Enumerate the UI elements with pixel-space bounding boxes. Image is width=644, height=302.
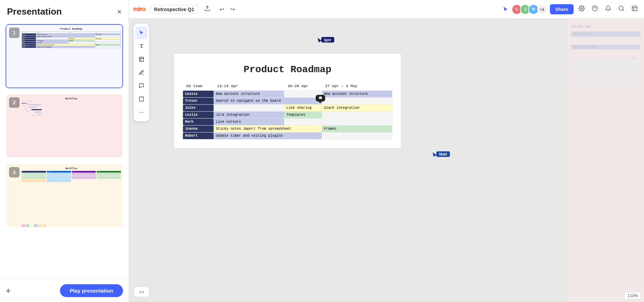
row-name-jules: Jules (183, 105, 214, 112)
col-header-apr3: 27 Apr – 3 May (322, 82, 392, 91)
roadmap-title: Product Roadmap (183, 64, 392, 75)
search-icon-button[interactable] (616, 4, 627, 15)
roadmap-table-container: Product Roadmap UX team 13-19 Apr 20-26 … (174, 54, 401, 148)
svg-rect-4 (139, 57, 144, 61)
play-presentation-button[interactable]: Play presentation (60, 284, 123, 297)
trevor-empty-1 (322, 98, 392, 105)
sticky-note-tool-button[interactable] (135, 53, 148, 66)
frame-tool-button[interactable] (135, 93, 148, 105)
joanna-task-1: Sticky notes import from spreadsheet (214, 126, 322, 133)
cursor-name-igor: Igor (321, 37, 334, 43)
avatar-group: C J M +1 (512, 4, 547, 15)
slide-number-3: 3 (9, 167, 20, 178)
cursor-name-matt: Matt (436, 151, 450, 157)
slide-number-1: 1 (9, 28, 20, 38)
col-header-apr1: 13-19 Apr (214, 82, 284, 91)
collaborator-cursor-icon (503, 6, 509, 13)
miro-logo: miro (133, 6, 145, 13)
zoom-indicator: 110% (624, 292, 641, 299)
table-row: Robert Update timer and voiting plugins (183, 133, 392, 139)
row-name-robert: Robert (183, 133, 214, 139)
cursor-tool-button[interactable] (135, 27, 148, 39)
jules-task-2: Slack integration (322, 105, 392, 112)
trevor-task-1: Search to navigate on the board (214, 98, 322, 105)
comment-bubble: 💬 (316, 95, 325, 101)
roadmap-table: UX team 13-19 Apr 20-26 Apr 27 Apr – 3 M… (183, 82, 392, 139)
topbar: miro Retrospective Q1 ↩ ↪ C J M +1 (129, 0, 644, 19)
avatar-extra-count: +1 (537, 5, 547, 14)
robert-task-1: Update timer and voiting plugins (214, 133, 322, 139)
svg-rect-5 (139, 97, 144, 101)
cursor-arrow-matt (431, 151, 436, 157)
slide-list: 1 Product Roadmap UX team 13-19 Apr 20-2… (0, 21, 129, 279)
redo-button[interactable]: ↪ (228, 5, 238, 14)
jules-task-1: Link sharing 💬 (284, 105, 322, 112)
row-name-mark: Mark (183, 119, 214, 126)
table-row: Trevor Search to navigate on the board (183, 98, 392, 105)
comment-tool-button[interactable] (135, 80, 148, 92)
joanna-task-2: Frames (322, 126, 392, 133)
igor-cursor: Igor (317, 37, 334, 43)
cassie-task-1: New account structure (214, 91, 284, 98)
svg-point-2 (619, 6, 623, 10)
slide-item-3[interactable]: 3 Workflow To do In p (6, 164, 123, 228)
add-slide-button[interactable]: + (6, 285, 11, 296)
svg-point-0 (581, 8, 583, 9)
slide-item-1[interactable]: 1 Product Roadmap UX team 13-19 Apr 20-2… (6, 24, 123, 88)
slide-number-2: 2 (9, 97, 20, 108)
bell-icon-button[interactable] (603, 4, 613, 15)
matt-cursor: Matt (432, 151, 450, 157)
close-button[interactable]: × (117, 7, 122, 16)
text-tool-button[interactable] (135, 40, 148, 52)
notes-icon-button[interactable] (629, 4, 640, 15)
table-row: Leslie Jira integration Templates (183, 112, 392, 119)
jules-empty-1 (214, 105, 284, 112)
board-content: Product Roadmap UX team 13-19 Apr 20-26 … (153, 40, 644, 302)
mark-empty-1 (284, 119, 322, 126)
mark-task-1: Live cursors (214, 119, 284, 126)
row-name-cassie: Cassie (183, 91, 214, 98)
expand-panel-button[interactable]: >> (134, 287, 149, 297)
sidebar: Presentation × 1 Product Roadmap UX team… (0, 0, 129, 302)
robert-empty-1 (322, 133, 392, 139)
help-icon-button[interactable] (590, 4, 600, 15)
upload-button[interactable] (201, 4, 213, 15)
table-row: Jules Link sharing 💬 Slack integrati (183, 105, 392, 112)
row-name-joanna: Joanna (183, 126, 214, 133)
cassie-task-2: New account structure (322, 91, 392, 98)
table-row: Cassie New account structure New account… (183, 91, 392, 98)
sidebar-footer: + Play presentation (0, 279, 129, 302)
leslie-task-2: Templates (284, 112, 322, 119)
mark-empty-2 (322, 119, 392, 126)
topbar-right: C J M +1 Share (503, 4, 640, 15)
canvas[interactable]: ··· >> Igor Matt 13-19 Apr Sketching Pro… (129, 19, 644, 302)
cursor-arrow-igor (316, 37, 321, 43)
undo-button[interactable]: ↩ (217, 5, 227, 14)
sidebar-header: Presentation × (0, 0, 129, 21)
leslie-empty-1 (322, 112, 392, 119)
settings-icon-button[interactable] (576, 4, 587, 15)
col-header-apr2: 20-26 Apr (284, 82, 322, 91)
undo-redo-group: ↩ ↪ (217, 5, 238, 14)
main-area: miro Retrospective Q1 ↩ ↪ C J M +1 (129, 0, 644, 302)
float-toolbar: ··· (134, 24, 149, 121)
board-name[interactable]: Retrospective Q1 (150, 5, 198, 14)
pen-tool-button[interactable] (135, 66, 148, 79)
leslie-task-1: Jira integration (214, 112, 284, 119)
table-row: Mark Live cursors (183, 119, 392, 126)
row-name-leslie: Leslie (183, 112, 214, 119)
slide-item-2[interactable]: 2 Workflow 13 Apr 20-26 Apr Week 3 Sketc… (6, 94, 123, 158)
sidebar-title: Presentation (7, 6, 62, 17)
more-tools-button[interactable]: ··· (135, 106, 148, 119)
svg-rect-3 (632, 6, 637, 11)
col-header-ux: UX team (183, 82, 214, 91)
row-name-trevor: Trevor (183, 98, 214, 105)
share-button[interactable]: Share (550, 4, 574, 14)
table-row: Joanna Sticky notes import from spreadsh… (183, 126, 392, 133)
